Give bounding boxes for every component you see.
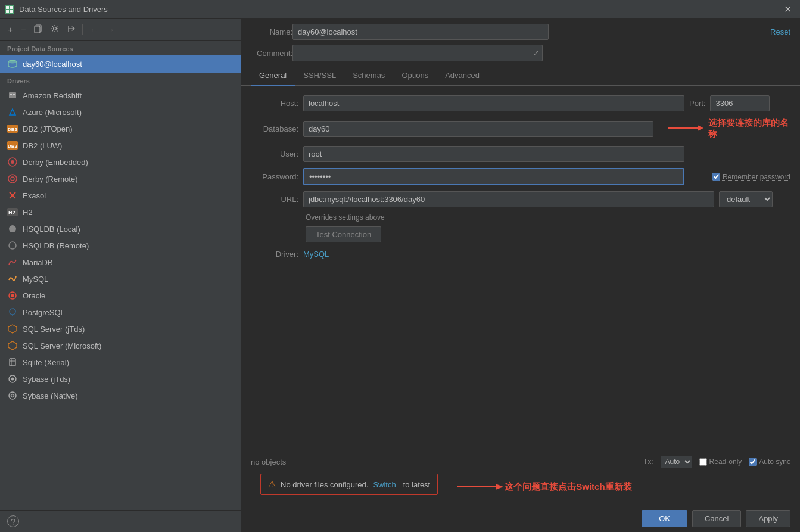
hsqldb-remote-icon — [7, 240, 18, 251]
driver-item-db2-jtopen[interactable]: DB2 DB2 (JTOpen) — [0, 120, 241, 137]
password-label: Password: — [251, 172, 298, 181]
svg-point-38 — [9, 392, 16, 399]
svg-rect-33 — [10, 359, 15, 366]
driver-item-sybase-jtds[interactable]: Sybase (jTds) — [0, 371, 241, 387]
driver-value-link[interactable]: MySQL — [303, 250, 329, 259]
cancel-button[interactable]: Cancel — [692, 510, 741, 527]
azure-icon — [7, 107, 18, 117]
svg-point-20 — [11, 177, 14, 181]
expand-comment-button[interactable]: ⤢ — [532, 48, 540, 58]
bottom-right: Tx: Auto Read-only Auto sync — [643, 456, 790, 468]
warning-arrow-svg — [457, 478, 505, 496]
driver-item-hsqldb-local[interactable]: HSQLDB (Local) — [0, 220, 241, 237]
svg-text:DB2: DB2 — [8, 127, 18, 132]
svg-point-8 — [8, 61, 17, 64]
database-label: Database: — [251, 125, 298, 133]
test-connection-button[interactable]: Test Connection — [306, 226, 381, 242]
svg-marker-32 — [8, 341, 17, 350]
add-button[interactable]: + — [5, 23, 15, 36]
reset-link[interactable]: Reset — [770, 27, 790, 36]
database-input[interactable] — [303, 121, 653, 137]
password-input[interactable] — [303, 168, 684, 185]
autosync-label: Auto sync — [749, 458, 790, 466]
svg-point-19 — [8, 175, 17, 183]
apply-button[interactable]: Apply — [746, 510, 790, 527]
driver-label: PostgreSQL — [23, 308, 65, 317]
driver-item-azure[interactable]: Azure (Microsoft) — [0, 104, 241, 120]
help-icon[interactable]: ? — [7, 515, 19, 527]
arrow-button[interactable] — [64, 23, 79, 36]
driver-item-mariadb[interactable]: MariaDB — [0, 254, 241, 270]
sql-server-jtds-icon — [7, 323, 18, 334]
tab-advanced[interactable]: Advanced — [437, 66, 488, 86]
svg-point-28 — [11, 294, 14, 297]
driver-row: Driver: MySQL — [251, 250, 790, 259]
svg-text:H2: H2 — [8, 210, 15, 216]
driver-item-sqlite[interactable]: Sqlite (Xerial) — [0, 354, 241, 371]
driver-item-mysql[interactable]: MySQL — [0, 270, 241, 287]
driver-item-sql-server-microsoft[interactable]: SQL Server (Microsoft) — [0, 337, 241, 354]
datasource-icon — [7, 58, 18, 69]
forward-button[interactable]: → — [103, 23, 117, 36]
db2-luw-icon: DB2 — [7, 140, 18, 151]
driver-item-sybase-native[interactable]: Sybase (Native) — [0, 387, 241, 404]
right-panel: Name: Reset Comment: ⤢ General SSH/SSL S… — [241, 19, 800, 532]
overrides-text: Overrides settings above — [306, 213, 790, 222]
settings-button[interactable] — [48, 23, 62, 36]
close-button[interactable]: ✕ — [780, 2, 795, 16]
db-arrow-right — [668, 122, 703, 136]
driver-item-db2-luw[interactable]: DB2 DB2 (LUW) — [0, 137, 241, 154]
user-input[interactable] — [303, 146, 684, 162]
driver-item-h2[interactable]: H2 H2 — [0, 204, 241, 220]
host-input[interactable] — [303, 95, 684, 111]
driver-item-derby-remote[interactable]: Derby (Remote) — [0, 170, 241, 187]
tab-schemas[interactable]: Schemas — [344, 66, 393, 86]
drivers-section-header: Drivers — [0, 73, 241, 87]
svg-text:DB2: DB2 — [8, 144, 18, 149]
driver-label-text: Driver: — [251, 250, 298, 259]
copy-button[interactable] — [31, 23, 45, 36]
tab-general[interactable]: General — [251, 66, 295, 86]
svg-point-37 — [11, 378, 14, 381]
driver-item-postgresql[interactable]: PostgreSQL — [0, 304, 241, 321]
amazon-redshift-icon — [7, 90, 18, 101]
tabs-bar: General SSH/SSL Schemas Options Advanced — [241, 66, 800, 86]
url-label: URL: — [251, 195, 298, 204]
url-input[interactable] — [303, 191, 714, 207]
tab-options[interactable]: Options — [393, 66, 437, 86]
svg-point-18 — [11, 160, 14, 164]
driver-item-amazon-redshift[interactable]: Amazon Redshift — [0, 87, 241, 104]
switch-link[interactable]: Switch — [373, 480, 396, 489]
driver-item-hsqldb-remote[interactable]: HSQLDB (Remote) — [0, 237, 241, 254]
svg-point-39 — [11, 394, 14, 397]
sybase-jtds-icon — [7, 374, 18, 384]
driver-item-oracle[interactable]: Oracle — [0, 287, 241, 304]
window-title: Data Sources and Drivers — [19, 5, 108, 14]
action-buttons: OK Cancel Apply — [241, 505, 800, 532]
password-row: Password: Remember password — [251, 168, 790, 185]
back-button[interactable]: ← — [86, 23, 101, 36]
autosync-checkbox[interactable] — [749, 458, 757, 466]
readonly-checkbox[interactable] — [699, 458, 707, 466]
name-input[interactable] — [292, 24, 549, 40]
svg-rect-10 — [10, 94, 12, 95]
svg-rect-3 — [10, 10, 13, 13]
driver-label: Oracle — [23, 291, 45, 300]
port-input[interactable] — [710, 95, 770, 111]
driver-item-sql-server-jtds[interactable]: SQL Server (jTds) — [0, 321, 241, 337]
driver-item-exasol[interactable]: Exasol — [0, 187, 241, 204]
url-scheme-select[interactable]: default — [719, 191, 773, 207]
svg-marker-31 — [8, 325, 17, 333]
driver-item-derby-embedded[interactable]: Derby (Embedded) — [0, 154, 241, 170]
remember-password-checkbox[interactable] — [712, 173, 720, 181]
tab-ssh-ssl[interactable]: SSH/SSL — [295, 66, 344, 86]
ok-button[interactable]: OK — [642, 510, 687, 527]
tx-select[interactable]: Auto — [661, 456, 692, 468]
warning-section: ⚠ No driver files configured. Switch to … — [241, 471, 800, 505]
datasource-item-day60[interactable]: day60@localhost — [0, 55, 241, 73]
svg-point-25 — [9, 225, 16, 232]
tx-label: Tx: — [643, 458, 653, 466]
derby-remote-icon — [7, 173, 18, 184]
remove-button[interactable]: − — [18, 23, 29, 36]
comment-input[interactable] — [292, 45, 543, 61]
